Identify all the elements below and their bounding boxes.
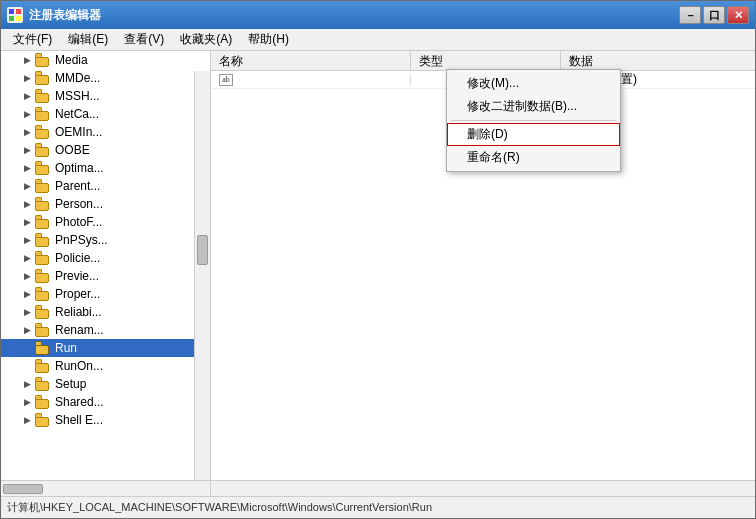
expand-icon[interactable]: ▶ xyxy=(21,54,33,66)
folder-icon xyxy=(35,287,51,301)
tree-hscroll-thumb[interactable] xyxy=(3,484,43,494)
ctx-modify-binary[interactable]: 修改二进制数据(B)... xyxy=(447,95,620,118)
expand-icon[interactable]: ▶ xyxy=(21,216,33,228)
expand-icon[interactable]: ▶ xyxy=(21,180,33,192)
tree-item-label: OEMIn... xyxy=(55,125,102,139)
folder-icon xyxy=(35,251,51,265)
registry-editor-window: 注册表编辑器 － 口 ✕ 文件(F) 编辑(E) 查看(V) 收藏夹(A) 帮助… xyxy=(0,0,756,519)
tree-item[interactable]: ▶NetCa... xyxy=(1,105,210,123)
tree-item[interactable]: ▶RunOn... xyxy=(1,357,210,375)
tree-item-label: Shell E... xyxy=(55,413,103,427)
context-menu: 修改(M)... 修改二进制数据(B)... 删除(D) 重命名(R) xyxy=(446,69,621,172)
scrollbar-thumb[interactable] xyxy=(197,235,208,265)
minimize-button[interactable]: － xyxy=(679,6,701,24)
right-pane: 名称 类型 数据 ab (数值未设置) 修改(M)... 修改二进制数据(B).… xyxy=(211,51,755,480)
expand-icon[interactable]: ▶ xyxy=(21,144,33,156)
folder-icon xyxy=(35,269,51,283)
tree-item[interactable]: ▶Renam... xyxy=(1,321,210,339)
expand-icon[interactable]: ▶ xyxy=(21,288,33,300)
tree-item[interactable]: ▶OOBE xyxy=(1,141,210,159)
tree-item[interactable]: ▶Person... xyxy=(1,195,210,213)
tree-item[interactable]: ▶Media xyxy=(1,51,210,69)
menu-favorites[interactable]: 收藏夹(A) xyxy=(172,29,240,50)
tree-item[interactable]: ▶OEMIn... xyxy=(1,123,210,141)
expand-icon[interactable]: ▶ xyxy=(21,414,33,426)
tree-scrollbar[interactable] xyxy=(194,71,210,480)
tree-pane: ▶Media▶MMDe...▶MSSH...▶NetCa...▶OEMIn...… xyxy=(1,51,211,480)
menu-view[interactable]: 查看(V) xyxy=(116,29,172,50)
window-icon xyxy=(7,7,23,23)
folder-icon xyxy=(35,107,51,121)
tree-item[interactable]: ▶Shared... xyxy=(1,393,210,411)
window-title: 注册表编辑器 xyxy=(29,7,679,24)
tree-item[interactable]: ▶PnPSys... xyxy=(1,231,210,249)
expand-icon[interactable]: ▶ xyxy=(21,108,33,120)
folder-icon xyxy=(35,323,51,337)
expand-icon[interactable]: ▶ xyxy=(21,126,33,138)
ctx-rename[interactable]: 重命名(R) xyxy=(447,146,620,169)
folder-icon xyxy=(35,179,51,193)
tree-item[interactable]: ▶Previe... xyxy=(1,267,210,285)
tree-item[interactable]: ▶Policie... xyxy=(1,249,210,267)
status-path: 计算机\HKEY_LOCAL_MACHINE\SOFTWARE\Microsof… xyxy=(7,500,432,515)
close-button[interactable]: ✕ xyxy=(727,6,749,24)
tree-item-label: Media xyxy=(55,53,88,67)
folder-icon xyxy=(35,89,51,103)
tree-item-label: Proper... xyxy=(55,287,100,301)
expand-icon[interactable]: ▶ xyxy=(21,396,33,408)
expand-icon[interactable]: ▶ xyxy=(21,306,33,318)
tree-item-label: Reliabi... xyxy=(55,305,102,319)
menu-edit[interactable]: 编辑(E) xyxy=(60,29,116,50)
tree-item[interactable]: ▶Shell E... xyxy=(1,411,210,429)
tree-hscroll[interactable] xyxy=(1,481,211,496)
col-data-header: 数据 xyxy=(561,51,755,70)
expand-icon[interactable]: ▶ xyxy=(21,252,33,264)
tree-item[interactable]: ▶MSSH... xyxy=(1,87,210,105)
expand-icon[interactable]: ▶ xyxy=(21,90,33,102)
tree-item-label: Person... xyxy=(55,197,103,211)
tree-item-label: PhotoF... xyxy=(55,215,102,229)
ctx-separator xyxy=(451,120,616,121)
expand-icon[interactable]: ▶ xyxy=(21,198,33,210)
ctx-delete[interactable]: 删除(D) xyxy=(447,123,620,146)
folder-icon xyxy=(35,377,51,391)
expand-icon[interactable]: ▶ xyxy=(21,72,33,84)
tree-item[interactable]: ▶Reliabi... xyxy=(1,303,210,321)
tree-item[interactable]: ▶Proper... xyxy=(1,285,210,303)
col-type-header: 类型 xyxy=(411,51,561,70)
folder-icon xyxy=(35,143,51,157)
folder-icon xyxy=(35,413,51,427)
column-header: 名称 类型 数据 xyxy=(211,51,755,71)
expand-icon[interactable]: ▶ xyxy=(21,162,33,174)
tree-item-label: OOBE xyxy=(55,143,90,157)
registry-type-icon: ab xyxy=(219,74,233,86)
window-controls: － 口 ✕ xyxy=(679,6,749,24)
tree-item[interactable]: ▶Run xyxy=(1,339,210,357)
restore-button[interactable]: 口 xyxy=(703,6,725,24)
tree-item-label: PnPSys... xyxy=(55,233,108,247)
tree-item-label: Renam... xyxy=(55,323,104,337)
menu-help[interactable]: 帮助(H) xyxy=(240,29,297,50)
menu-bar: 文件(F) 编辑(E) 查看(V) 收藏夹(A) 帮助(H) xyxy=(1,29,755,51)
expand-icon[interactable]: ▶ xyxy=(21,270,33,282)
folder-icon xyxy=(35,359,51,373)
tree-item-label: NetCa... xyxy=(55,107,99,121)
ctx-modify[interactable]: 修改(M)... xyxy=(447,72,620,95)
folder-icon xyxy=(35,71,51,85)
right-hscroll xyxy=(211,481,755,496)
main-content: ▶Media▶MMDe...▶MSSH...▶NetCa...▶OEMIn...… xyxy=(1,51,755,480)
tree-item[interactable]: ▶Setup xyxy=(1,375,210,393)
menu-file[interactable]: 文件(F) xyxy=(5,29,60,50)
folder-icon xyxy=(35,161,51,175)
expand-icon[interactable]: ▶ xyxy=(21,324,33,336)
tree-item-label: Setup xyxy=(55,377,86,391)
tree-item[interactable]: ▶PhotoF... xyxy=(1,213,210,231)
expand-icon[interactable]: ▶ xyxy=(21,378,33,390)
tree-item[interactable]: ▶Parent... xyxy=(1,177,210,195)
tree-item[interactable]: ▶MMDe... xyxy=(1,69,210,87)
tree-item[interactable]: ▶Optima... xyxy=(1,159,210,177)
expand-icon[interactable]: ▶ xyxy=(21,234,33,246)
folder-icon xyxy=(35,395,51,409)
folder-icon xyxy=(35,53,51,67)
tree-item-label: MMDe... xyxy=(55,71,100,85)
